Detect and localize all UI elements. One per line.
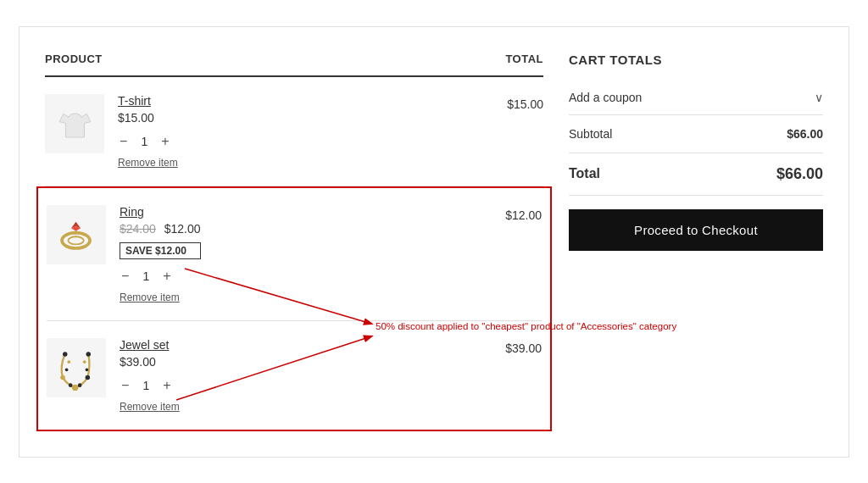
total-value: $66.00 — [776, 165, 823, 183]
cart-totals-title: CART TOTALS — [569, 53, 823, 67]
total-row: Total $66.00 — [569, 153, 823, 196]
ring-image — [47, 205, 106, 264]
jewel-name[interactable]: Jewel set — [120, 338, 180, 352]
tshirt-remove[interactable]: Remove item — [118, 157, 178, 169]
ring-row-total: $12.00 — [491, 205, 542, 222]
tshirt-product: T-shirt $15.00 − 1 + Remove item — [45, 94, 178, 169]
ring-save-badge: SAVE $12.00 — [120, 242, 201, 259]
ring-qty-value: 1 — [139, 269, 153, 283]
cart-row-ring: Ring $24.00 $12.00 SAVE $12.00 − 1 + — [47, 188, 542, 320]
cart-totals-section: CART TOTALS Add a coupon ∨ Subtotal $66.… — [569, 53, 823, 431]
ring-details: Ring $24.00 $12.00 SAVE $12.00 − 1 + — [120, 205, 201, 303]
cart-header: PRODUCT TOTAL — [45, 53, 543, 77]
ring-product: Ring $24.00 $12.00 SAVE $12.00 − 1 + — [47, 205, 201, 303]
ring-qty-minus[interactable]: − — [120, 269, 131, 283]
tshirt-price: $15.00 — [118, 111, 178, 125]
tshirt-details: T-shirt $15.00 − 1 + Remove item — [118, 94, 178, 169]
tshirt-image — [45, 94, 104, 153]
tshirt-quantity-control: − 1 + — [118, 135, 178, 148]
jewel-product: Jewel set $39.00 − 1 + Remove item — [47, 338, 180, 413]
jewel-row-total: $39.00 — [491, 338, 542, 355]
svg-point-8 — [63, 352, 68, 357]
ring-sale-price: $12.00 — [164, 222, 201, 236]
main-layout: PRODUCT TOTAL T-shirt $15.00 — [45, 53, 823, 431]
jewel-qty-plus[interactable]: + — [161, 379, 172, 392]
total-column-header: TOTAL — [505, 53, 543, 65]
tshirt-row-total: $15.00 — [492, 94, 543, 111]
svg-point-18 — [85, 368, 88, 371]
product-column-header: PRODUCT — [45, 53, 103, 65]
tshirt-qty-minus[interactable]: − — [118, 135, 129, 148]
svg-point-15 — [67, 360, 70, 364]
highlighted-group: Ring $24.00 $12.00 SAVE $12.00 − 1 + — [36, 186, 552, 431]
ring-qty-plus[interactable]: + — [161, 269, 172, 283]
jewel-image — [47, 338, 106, 397]
total-label: Total — [569, 166, 600, 181]
svg-point-9 — [86, 352, 91, 357]
chevron-down-icon: ∨ — [815, 91, 823, 104]
subtotal-label: Subtotal — [569, 127, 612, 141]
jewel-price: $39.00 — [120, 355, 180, 369]
jewel-qty-value: 1 — [139, 379, 153, 392]
subtotal-value: $66.00 — [787, 127, 823, 141]
cart-row-tshirt: T-shirt $15.00 − 1 + Remove item $15.00 — [45, 77, 543, 186]
checkout-button[interactable]: Proceed to Checkout — [569, 209, 823, 251]
page-wrapper: PRODUCT TOTAL T-shirt $15.00 — [19, 26, 849, 458]
jewel-remove[interactable]: Remove item — [120, 401, 180, 413]
jewel-quantity-control: − 1 + — [120, 379, 180, 392]
tshirt-name[interactable]: T-shirt — [118, 94, 178, 108]
ring-remove[interactable]: Remove item — [120, 291, 201, 303]
svg-point-13 — [68, 383, 72, 387]
svg-point-17 — [64, 368, 68, 371]
ring-quantity-control: − 1 + — [120, 269, 201, 283]
svg-point-16 — [82, 360, 86, 364]
ring-original-price: $24.00 — [120, 222, 156, 236]
svg-point-14 — [77, 383, 81, 387]
coupon-label: Add a coupon — [569, 91, 642, 104]
cart-section: PRODUCT TOTAL T-shirt $15.00 — [45, 53, 543, 431]
subtotal-row: Subtotal $66.00 — [569, 115, 823, 153]
jewel-details: Jewel set $39.00 − 1 + Remove item — [120, 338, 180, 413]
svg-point-11 — [85, 375, 90, 380]
ring-name[interactable]: Ring — [120, 205, 201, 219]
tshirt-qty-value: 1 — [137, 135, 151, 148]
jewel-qty-minus[interactable]: − — [120, 379, 131, 392]
ring-prices: $24.00 $12.00 — [120, 222, 201, 236]
cart-row-jewel: Jewel set $39.00 − 1 + Remove item $39.0… — [47, 320, 542, 430]
svg-point-10 — [60, 375, 65, 380]
tshirt-qty-plus[interactable]: + — [159, 135, 170, 148]
coupon-row[interactable]: Add a coupon ∨ — [569, 80, 823, 115]
svg-point-12 — [72, 384, 78, 390]
